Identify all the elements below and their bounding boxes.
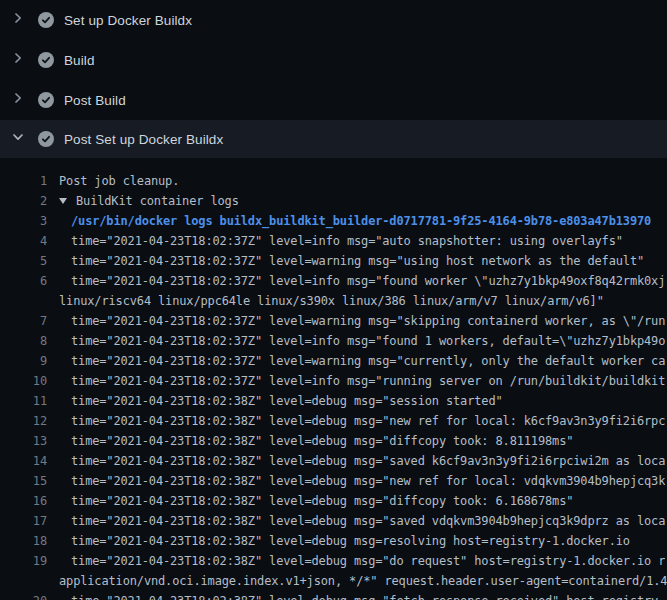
step-row-set-up-docker-buildx[interactable]: Set up Docker Buildx [0,0,667,40]
chevron-right-icon[interactable] [10,10,26,30]
line-number[interactable]: 11 [0,391,47,411]
log-line: 7 time="2021-04-23T18:02:37Z" level=warn… [0,311,667,331]
log-line: 17 time="2021-04-23T18:02:38Z" level=deb… [0,511,667,531]
line-text: time="2021-04-23T18:02:38Z" level=debug … [71,391,503,411]
line-text: time="2021-04-23T18:02:37Z" level=info m… [71,271,665,291]
log-line: 9 time="2021-04-23T18:02:37Z" level=warn… [0,351,667,371]
log-line: linux/riscv64 linux/ppc64le linux/s390x … [0,291,667,311]
line-number[interactable]: 19 [0,551,47,571]
log-line: 6 time="2021-04-23T18:02:37Z" level=info… [0,271,667,291]
line-number[interactable]: 3 [0,211,47,231]
line-number[interactable]: 10 [0,371,47,391]
line-number[interactable]: 2 [0,191,47,211]
line-number[interactable]: 4 [0,231,47,251]
triangle-down-icon[interactable] [59,191,67,211]
line-number[interactable]: 20 [0,591,47,600]
log-line: 13 time="2021-04-23T18:02:38Z" level=deb… [0,431,667,451]
line-number[interactable]: 13 [0,431,47,451]
log-line: 10 time="2021-04-23T18:02:37Z" level=inf… [0,371,667,391]
line-text: /usr/bin/docker logs buildx_buildkit_bui… [71,211,651,231]
log-line: 12 time="2021-04-23T18:02:38Z" level=deb… [0,411,667,431]
line-text: time="2021-04-23T18:02:37Z" level=info m… [71,331,665,351]
log-panel: 1 Post job cleanup. 2 BuildKit container… [0,158,667,600]
log-line: 18 time="2021-04-23T18:02:38Z" level=deb… [0,531,667,551]
line-text: time="2021-04-23T18:02:38Z" level=debug … [71,531,630,551]
log-line: 4 time="2021-04-23T18:02:37Z" level=info… [0,231,667,251]
log-group-header[interactable]: 2 BuildKit container logs [0,191,667,211]
step-row-build[interactable]: Build [0,40,667,80]
line-text: application/vnd.oci.image.index.v1+json,… [59,571,667,591]
step-row-post-build[interactable]: Post Build [0,80,667,120]
check-circle-icon [38,12,54,28]
workflow-log-viewer: Set up Docker Buildx Build [0,0,667,600]
step-label: Post Set up Docker Buildx [64,132,223,147]
step-row-post-set-up-docker-buildx[interactable]: Post Set up Docker Buildx [0,120,667,158]
line-number[interactable]: 14 [0,451,47,471]
line-text: time="2021-04-23T18:02:38Z" level=debug … [71,591,665,600]
line-text: BuildKit container logs [59,191,239,211]
step-label: Build [64,53,95,68]
step-label: Set up Docker Buildx [64,13,192,28]
line-text: time="2021-04-23T18:02:38Z" level=debug … [71,511,665,531]
line-number[interactable]: 18 [0,531,47,551]
line-text: time="2021-04-23T18:02:37Z" level=warnin… [71,251,644,271]
line-text: time="2021-04-23T18:02:38Z" level=debug … [71,551,665,571]
line-number[interactable]: 15 [0,471,47,491]
log-line: 5 time="2021-04-23T18:02:37Z" level=warn… [0,251,667,271]
line-text: Post job cleanup. [59,171,179,191]
log-line: 11 time="2021-04-23T18:02:38Z" level=deb… [0,391,667,411]
log-line: 19 time="2021-04-23T18:02:38Z" level=deb… [0,551,667,571]
line-text: time="2021-04-23T18:02:37Z" level=info m… [71,231,623,251]
log-line: 8 time="2021-04-23T18:02:37Z" level=info… [0,331,667,351]
line-text: time="2021-04-23T18:02:38Z" level=debug … [71,411,665,431]
log-line: 16 time="2021-04-23T18:02:38Z" level=deb… [0,491,667,511]
log-line: application/vnd.oci.image.index.v1+json,… [0,571,667,591]
chevron-right-icon[interactable] [10,50,26,70]
line-number[interactable] [0,291,47,311]
line-number[interactable]: 7 [0,311,47,331]
line-text: time="2021-04-23T18:02:37Z" level=info m… [71,371,665,391]
line-number[interactable]: 1 [0,171,47,191]
line-text: time="2021-04-23T18:02:38Z" level=debug … [71,451,665,471]
log-line: 15 time="2021-04-23T18:02:38Z" level=deb… [0,471,667,491]
line-number[interactable]: 5 [0,251,47,271]
log-line: 14 time="2021-04-23T18:02:38Z" level=deb… [0,451,667,471]
check-circle-icon [38,92,54,108]
line-number[interactable]: 8 [0,331,47,351]
line-text: time="2021-04-23T18:02:38Z" level=debug … [71,491,573,511]
chevron-down-icon[interactable] [10,129,26,149]
line-number[interactable]: 6 [0,271,47,291]
log-line: 3 /usr/bin/docker logs buildx_buildkit_b… [0,211,667,231]
line-number[interactable]: 16 [0,491,47,511]
chevron-right-icon[interactable] [10,90,26,110]
steps-list: Set up Docker Buildx Build [0,0,667,158]
line-number[interactable]: 9 [0,351,47,371]
step-label: Post Build [64,93,126,108]
log-line: 1 Post job cleanup. [0,171,667,191]
check-circle-icon [38,52,54,68]
line-text: time="2021-04-23T18:02:37Z" level=warnin… [71,311,665,331]
line-text: linux/riscv64 linux/ppc64le linux/s390x … [59,291,604,311]
log-line: 20 time="2021-04-23T18:02:38Z" level=deb… [0,591,667,600]
check-circle-icon [38,131,54,147]
line-text: time="2021-04-23T18:02:37Z" level=warnin… [71,351,665,371]
line-number[interactable]: 12 [0,411,47,431]
line-number[interactable]: 17 [0,511,47,531]
line-text: time="2021-04-23T18:02:38Z" level=debug … [71,431,573,451]
line-number[interactable] [0,571,47,591]
line-text: time="2021-04-23T18:02:38Z" level=debug … [71,471,665,491]
